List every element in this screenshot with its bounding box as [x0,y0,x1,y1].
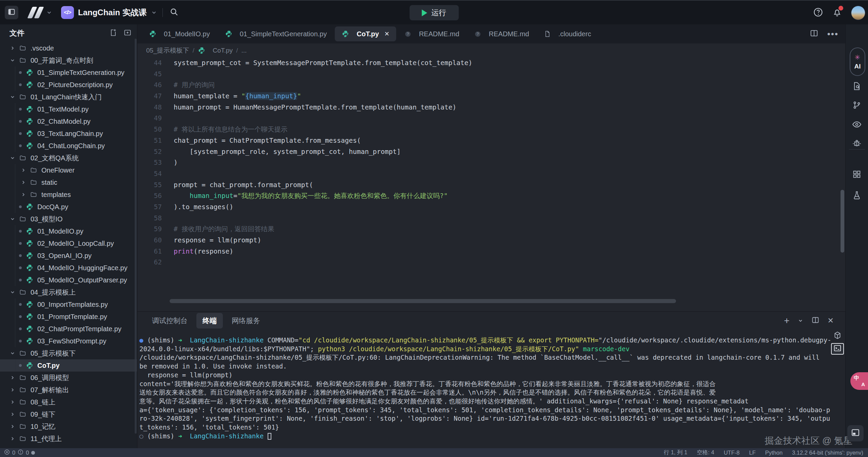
project-switcher[interactable]: </> LangChain 实战课 [61,6,157,19]
user-avatar[interactable] [851,6,865,20]
notifications-button[interactable] [832,7,842,19]
tree-file-02_ChatPromptTemplate.py[interactable]: 02_ChatPromptTemplate.py [0,323,137,335]
help-button[interactable] [813,7,823,19]
status-language-mode[interactable]: Python [765,450,783,456]
preview-button[interactable] [852,119,862,130]
tree-file-03_FewShotPrompt.py[interactable]: 03_FewShotPrompt.py [0,335,137,347]
tree-folder-templates[interactable]: templates [0,188,137,201]
panel-tab-调试控制台[interactable]: 调试控制台 [146,313,194,329]
tree-file-05_ModelIO_OutputParser.py[interactable]: 05_ModelIO_OutputParser.py [0,274,137,286]
line-number: 47 [137,91,162,102]
chevron-right-icon [9,436,16,441]
panel-tab-终端[interactable]: 终端 [196,313,223,329]
tree-file-DocQA.py[interactable]: DocQA.py [0,201,137,213]
more-actions-button[interactable]: ••• [827,32,838,36]
search-icon [170,7,178,18]
tab-01_SimpleTextGeneration.py[interactable]: 01_SimpleTextGeneration.py [218,26,334,41]
folder-icon [19,57,26,64]
tab-README.md[interactable]: ?README.md [467,26,536,41]
status-indentation[interactable]: 空格: 4 [697,449,714,456]
status-encoding[interactable]: UTF-8 [724,450,740,456]
tree-file-01_TextModel.py[interactable]: 01_TextModel.py [0,103,137,115]
breadcrumb-more[interactable]: ... [241,47,247,54]
debug-button[interactable] [852,138,862,148]
tree-file-01_ModelIO.py[interactable]: 01_ModelIO.py [0,225,137,237]
tab-01_ModelIO.py[interactable]: 01_ModelIO.py [142,26,217,41]
tree-file-02_PictureDescription.py[interactable]: 02_PictureDescription.py [0,79,137,91]
python-icon [26,105,33,113]
test-lab-button[interactable] [852,191,862,200]
tree-folder-09_链下[interactable]: 09_链下 [0,408,137,420]
tree-folder-OneFlower[interactable]: OneFlower [0,164,137,176]
code-editor[interactable]: 44system_prompt_cot = SystemMessagePromp… [137,58,840,300]
vertical-scrollbar[interactable] [841,190,844,253]
breadcrumb-folder[interactable]: 05_提示模板下 [146,46,189,55]
run-button-label: 运行 [431,8,446,18]
tree-file-02_ChatModel.py[interactable]: 02_ChatModel.py [0,115,137,127]
marscode-logo-menu[interactable] [28,7,52,18]
tree-folder-00_开篇词_奇点时刻[interactable]: 00_开篇词_奇点时刻 [0,54,137,66]
panel-tab-网络服务[interactable]: 网络服务 [226,313,266,329]
tree-folder-.vscode[interactable]: .vscode [0,42,137,54]
tree-folder-06_调用模型[interactable]: 06_调用模型 [0,372,137,384]
search-button[interactable] [170,7,178,18]
terminal-output[interactable]: ● (shims) ➜ LangChain-shizhanke COMMAND=… [139,336,831,440]
new-file-button[interactable] [109,28,117,38]
line-number: 55 [137,180,162,191]
tree-folder-10_记忆[interactable]: 10_记忆 [0,420,137,433]
terminal-dropdown-icon[interactable] [798,318,803,323]
chevron-down-icon [9,155,16,161]
close-panel-button[interactable]: ✕ [828,316,834,325]
tree-folder-04_提示模板上[interactable]: 04_提示模板上 [0,286,137,298]
tree-folder-static[interactable]: static [0,176,137,188]
warnings-count[interactable]: 0 [26,450,29,456]
new-folder-button[interactable] [123,28,132,38]
source-control-button[interactable] [852,100,862,110]
file-search-button[interactable] [852,81,862,91]
tree-file-01_SimpleTextGeneration.py[interactable]: 01_SimpleTextGeneration.py [0,66,137,79]
errors-count[interactable]: 0 [12,450,15,456]
split-editor-button[interactable] [810,29,818,39]
tree-file-02_ModelIO_LoopCall.py[interactable]: 02_ModelIO_LoopCall.py [0,237,137,250]
status-eol[interactable]: LF [749,450,755,456]
ai-assistant-button[interactable]: ✳ AI [850,47,865,76]
file-explorer-sidebar: 文件 .vscode00_开篇词_奇点时刻01_SimpleTextGenera… [0,24,137,448]
task-session-button[interactable] [831,330,844,342]
terminal-session-button[interactable] [831,343,844,355]
tree-file-04_ModelIO_HuggingFace.py[interactable]: 04_ModelIO_HuggingFace.py [0,262,137,274]
tree-file-CoT.py[interactable]: CoT.py [0,359,137,372]
tree-folder-01_LangChain快速入门[interactable]: 01_LangChain快速入门 [0,91,137,103]
tree-folder-07_解析输出[interactable]: 07_解析输出 [0,384,137,396]
status-cursor-position[interactable]: 行 1, 列 1 [664,449,688,456]
tree-file-00_ImportTemplates.py[interactable]: 00_ImportTemplates.py [0,298,137,311]
tree-folder-03_模型IO[interactable]: 03_模型IO [0,213,137,225]
tab-README.md[interactable]: ?README.md [398,26,466,41]
sidebar-toggle-button[interactable] [5,6,18,19]
warnings-icon[interactable] [18,449,23,456]
sidebar-scrollbar[interactable] [135,39,137,434]
tree-folder-05_提示模板下[interactable]: 05_提示模板下 [0,347,137,359]
status-indicator-icon[interactable] [31,451,35,455]
layout-panel-button[interactable] [847,425,864,441]
errors-icon[interactable] [4,449,10,456]
tree-file-03_TextLangChain.py[interactable]: 03_TextLangChain.py [0,127,137,140]
tree-folder-02_文档QA系统[interactable]: 02_文档QA系统 [0,152,137,164]
extensions-button[interactable] [852,170,862,179]
tree-folder-11_代理上[interactable]: 11_代理上 [0,433,137,445]
split-panel-button[interactable] [811,316,819,325]
tree-folder-08_链上[interactable]: 08_链上 [0,396,137,408]
tab-CoT.py[interactable]: CoT.py✕ [335,26,396,41]
run-button[interactable]: 运行 [409,5,459,20]
breadcrumb[interactable]: 05_提示模板下 / CoT.py / ... [146,43,247,58]
new-terminal-button[interactable]: + [784,316,789,325]
tree-file-04_ChatLongChain.py[interactable]: 04_ChatLongChain.py [0,140,137,152]
code-line-45: 45 [137,69,840,80]
tree-file-03_OpenAI_IO.py[interactable]: 03_OpenAI_IO.py [0,250,137,262]
tab-.cloudiderc[interactable]: .cloudiderc [537,26,598,41]
horizontal-scrollbar[interactable] [170,299,676,303]
close-tab-icon[interactable]: ✕ [384,30,389,38]
tree-file-01_PromptTemplate.py[interactable]: 01_PromptTemplate.py [0,311,137,323]
translate-button[interactable]: 中A [850,372,868,390]
breadcrumb-file[interactable]: CoT.py [213,47,233,54]
status-interpreter[interactable]: 3.12.2 64-bit ('shims': pyenv) [792,450,863,456]
